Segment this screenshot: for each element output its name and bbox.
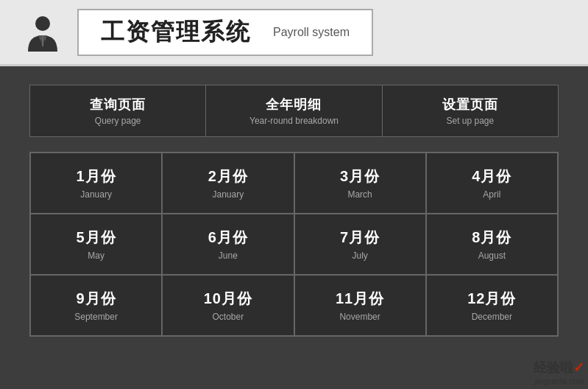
nav-setup-cn: 设置页面 (442, 96, 498, 113)
nav-setup-en: Set up page (446, 116, 494, 126)
month-grid: 1月份January2月份January3月份March4月份April5月份M… (29, 152, 559, 337)
nav-setup[interactable]: 设置页面 Set up page (383, 85, 558, 136)
nav-row: 查询页面 Query page 全年明细 Year-round breakdow… (29, 85, 559, 137)
month-9-en: September (74, 312, 118, 322)
month-10-cn: 10月份 (204, 289, 252, 309)
month-cell-10[interactable]: 10月份October (162, 275, 294, 336)
user-icon (22, 12, 63, 52)
month-4-en: April (483, 189, 500, 200)
month-1-cn: 1月份 (77, 167, 116, 186)
month-cell-9[interactable]: 9月份September (30, 275, 162, 336)
month-cell-12[interactable]: 12月份December (426, 275, 558, 336)
month-5-en: May (88, 250, 105, 261)
nav-query-en: Query page (95, 116, 141, 126)
month-7-en: July (352, 250, 367, 261)
month-cell-8[interactable]: 8月份August (426, 214, 558, 275)
month-11-en: November (339, 312, 380, 322)
month-3-en: March (347, 189, 372, 200)
month-cell-7[interactable]: 7月份July (294, 214, 426, 275)
month-2-en: January (213, 189, 244, 200)
month-4-cn: 4月份 (472, 167, 511, 186)
month-cell-4[interactable]: 4月份April (426, 153, 558, 214)
month-cell-6[interactable]: 6月份June (162, 214, 294, 275)
nav-annual[interactable]: 全年明细 Year-round breakdown (206, 85, 382, 136)
month-10-en: October (213, 312, 244, 322)
watermark: 经验啦✓ jingyanla.com (534, 359, 584, 385)
month-cell-2[interactable]: 2月份January (162, 153, 294, 214)
title-box: 工资管理系统 Payroll system (77, 9, 373, 56)
month-11-cn: 11月份 (336, 289, 384, 309)
month-9-cn: 9月份 (77, 289, 116, 309)
month-7-cn: 7月份 (340, 228, 380, 248)
month-cell-1[interactable]: 1月份January (30, 153, 162, 214)
month-cell-3[interactable]: 3月份March (294, 153, 426, 214)
nav-query-cn: 查询页面 (90, 96, 146, 113)
nav-query[interactable]: 查询页面 Query page (30, 85, 206, 136)
month-3-cn: 3月份 (340, 167, 380, 186)
nav-annual-en: Year-round breakdown (249, 116, 339, 126)
month-5-cn: 5月份 (77, 228, 116, 248)
month-1-en: January (80, 189, 112, 200)
month-cell-11[interactable]: 11月份November (294, 275, 426, 336)
month-6-en: June (219, 250, 238, 261)
watermark-text: 经验啦✓ (534, 359, 584, 376)
svg-point-0 (35, 16, 50, 31)
month-12-en: December (472, 312, 512, 322)
title-english: Payroll system (273, 26, 350, 39)
month-12-cn: 12月份 (467, 289, 516, 309)
watermark-check: ✓ (573, 360, 584, 375)
main-content: 查询页面 Query page 全年明细 Year-round breakdow… (0, 66, 588, 355)
month-6-cn: 6月份 (208, 228, 248, 248)
watermark-site: 经验啦 (534, 360, 573, 375)
nav-annual-cn: 全年明细 (266, 96, 322, 113)
month-cell-5[interactable]: 5月份May (30, 214, 162, 275)
header: 工资管理系统 Payroll system (0, 0, 588, 66)
watermark-url: jingyanla.com (535, 376, 584, 385)
month-8-cn: 8月份 (472, 228, 511, 248)
title-chinese: 工资管理系统 (101, 16, 251, 49)
month-8-en: August (478, 250, 506, 261)
month-2-cn: 2月份 (208, 167, 248, 186)
